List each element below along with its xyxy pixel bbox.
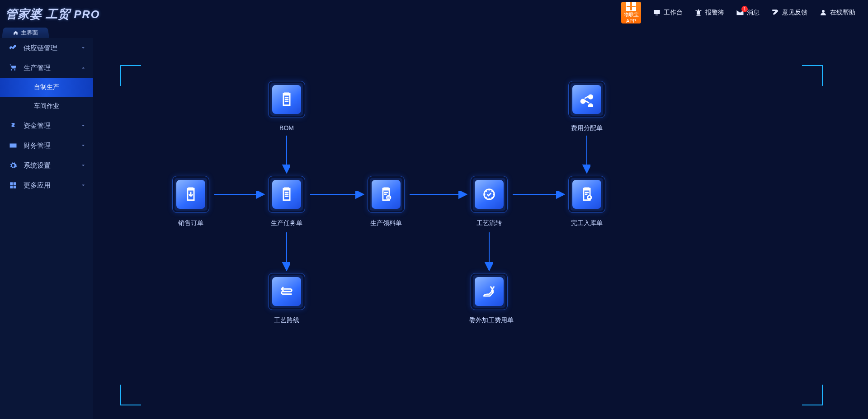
qr-icon bbox=[626, 2, 636, 11]
workbench-link[interactable]: 工作台 bbox=[653, 9, 683, 17]
sidebar-item-production[interactable]: 生产管理 bbox=[0, 58, 93, 78]
workshop-label: 车间作业 bbox=[34, 102, 59, 110]
alarm-link[interactable]: 报警簿 bbox=[694, 9, 724, 17]
help-label: 在线帮助 bbox=[830, 9, 855, 17]
home-icon bbox=[13, 30, 18, 35]
finance-label: 财务管理 bbox=[24, 141, 51, 150]
flow-canvas: BOM 费用分配单 销售订单 生产任务单 领 生产领料单 工艺流转 完工入库单 … bbox=[93, 38, 868, 419]
card-icon bbox=[9, 141, 17, 150]
sidebar-item-funds[interactable]: 资金管理 bbox=[0, 116, 93, 136]
chevron-down-icon bbox=[80, 163, 86, 168]
sidebar-sub-self-made[interactable]: 自制生产 bbox=[0, 78, 93, 97]
system-label: 系统设置 bbox=[24, 161, 51, 170]
chevron-down-icon bbox=[80, 183, 86, 188]
app-logo: 管家婆 工贸 PRO bbox=[5, 4, 100, 22]
more-apps-label: 更多应用 bbox=[24, 181, 51, 190]
edit-note-icon bbox=[771, 9, 779, 17]
sidebar-item-finance[interactable]: 财务管理 bbox=[0, 136, 93, 155]
sidebar-item-system[interactable]: 系统设置 bbox=[0, 155, 93, 175]
monitor-icon bbox=[653, 9, 661, 17]
alarm-label: 报警簿 bbox=[705, 9, 724, 17]
gear-icon bbox=[9, 161, 17, 169]
topbar-right: 物联宝 APP 工作台 报警簿 1 消息 意见反馈 在线帮助 bbox=[621, 0, 868, 25]
user-icon bbox=[819, 9, 827, 17]
message-link[interactable]: 1 消息 bbox=[736, 9, 760, 17]
app-download-badge[interactable]: 物联宝 APP bbox=[621, 2, 641, 24]
production-label: 生产管理 bbox=[24, 64, 51, 72]
feedback-link[interactable]: 意见反馈 bbox=[771, 9, 807, 17]
sidebar-sub-workshop[interactable]: 车间作业 bbox=[0, 97, 93, 116]
chevron-down-icon bbox=[80, 143, 86, 148]
sidebar-item-more-apps[interactable]: 更多应用 bbox=[0, 175, 93, 195]
chevron-down-icon bbox=[80, 123, 86, 128]
logo-text: 管家婆 工贸 bbox=[5, 7, 70, 21]
chart-up-icon bbox=[9, 44, 17, 52]
cart-icon bbox=[9, 64, 17, 72]
chevron-down-icon bbox=[80, 45, 86, 51]
tab-main-label: 主界面 bbox=[21, 29, 38, 37]
topbar-header: 管家婆 工贸 PRO 物联宝 APP 工作台 报警簿 1 消息 意见反馈 在线帮… bbox=[0, 0, 868, 25]
funds-label: 资金管理 bbox=[24, 122, 51, 130]
sidebar: 供应链管理 生产管理 自制生产 车间作业 资金管理 财务管理 系统设置 更多应用 bbox=[0, 38, 93, 419]
message-badge: 1 bbox=[741, 6, 748, 12]
chevron-up-icon bbox=[80, 65, 86, 71]
siren-icon bbox=[694, 9, 703, 17]
tab-strip: 主界面 bbox=[0, 25, 49, 38]
app-badge-line2: APP bbox=[626, 18, 636, 24]
dollar-icon bbox=[9, 122, 17, 130]
tab-main[interactable]: 主界面 bbox=[2, 28, 49, 38]
sidebar-item-supply-chain[interactable]: 供应链管理 bbox=[0, 38, 93, 58]
app-badge-line1: 物联宝 bbox=[624, 12, 639, 17]
feedback-label: 意见反馈 bbox=[782, 9, 807, 17]
workbench-label: 工作台 bbox=[664, 9, 683, 17]
supply-chain-label: 供应链管理 bbox=[24, 44, 57, 52]
help-link[interactable]: 在线帮助 bbox=[819, 9, 855, 17]
grid-icon bbox=[9, 181, 17, 189]
logo-pro: PRO bbox=[74, 8, 100, 20]
flow-arrows bbox=[93, 38, 868, 419]
message-label: 消息 bbox=[747, 9, 760, 17]
self-made-label: 自制生产 bbox=[34, 83, 59, 91]
